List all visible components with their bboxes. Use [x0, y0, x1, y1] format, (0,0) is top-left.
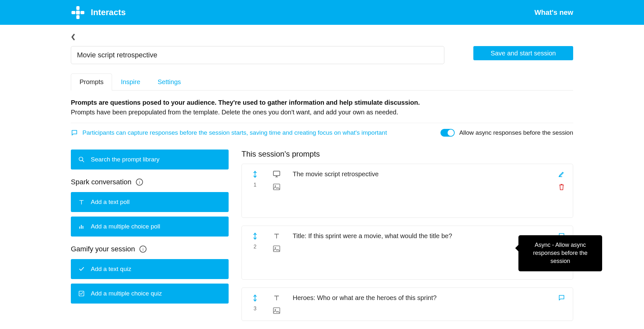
prompt-card: 3 Heroes: Who or what are the heroes of …	[242, 287, 573, 321]
search-icon	[78, 156, 85, 163]
prompt-number: 2	[254, 244, 257, 250]
description-heading: Prompts are questions posed to your audi…	[71, 98, 573, 107]
async-chat-icon[interactable]	[558, 294, 565, 301]
chat-icon	[71, 129, 78, 136]
svg-point-17	[275, 309, 276, 310]
prompt-card: 1 The movie script retrospective	[242, 164, 573, 218]
whats-new-link[interactable]: What's new	[535, 8, 573, 17]
drag-handle-icon[interactable]	[252, 294, 258, 302]
svg-rect-0	[76, 6, 80, 10]
brand: Interacts	[71, 5, 126, 20]
spark-heading-text: Spark conversation	[71, 178, 131, 186]
svg-rect-2	[71, 11, 75, 14]
session-title-input[interactable]	[71, 46, 444, 64]
tabs: Prompts Inspire Settings	[71, 73, 573, 91]
page-body: Save and start session Prompts Inspire S…	[0, 25, 644, 329]
svg-rect-3	[80, 11, 84, 14]
monitor-icon	[273, 170, 280, 178]
edit-icon[interactable]	[558, 170, 565, 178]
add-mc-poll-label: Add a multiple choice poll	[91, 223, 160, 230]
search-prompt-library-label: Search the prompt library	[91, 156, 159, 163]
content-columns: Search the prompt library Spark conversa…	[71, 150, 573, 329]
bar-chart-icon	[78, 223, 85, 230]
search-prompt-library-button[interactable]: Search the prompt library	[71, 150, 229, 169]
tooltip-text: Async - Allow async responses before the…	[533, 242, 587, 264]
text-type-icon	[273, 232, 280, 239]
drag-handle-icon[interactable]	[252, 232, 258, 240]
spark-conversation-heading: Spark conversation i	[71, 178, 229, 186]
async-toggle[interactable]	[440, 129, 455, 137]
delete-icon[interactable]	[558, 183, 565, 190]
save-start-button[interactable]: Save and start session	[473, 46, 573, 60]
brand-name: Interacts	[91, 7, 126, 17]
svg-rect-11	[273, 171, 280, 176]
svg-rect-4	[76, 11, 80, 15]
add-mc-quiz-label: Add a multiple choice quiz	[91, 290, 162, 297]
prompt-number: 1	[254, 182, 257, 188]
brand-logo-icon	[71, 5, 85, 20]
async-toggle-label: Allow async responses before the session	[459, 129, 573, 136]
collapse-panel	[71, 34, 573, 40]
prompt-text: The movie script retrospective	[293, 170, 565, 211]
tab-inspire[interactable]: Inspire	[112, 73, 149, 91]
image-icon	[273, 183, 280, 190]
description-sub: Prompts have been prepopulated from the …	[71, 107, 573, 117]
async-info-row: Participants can capture responses befor…	[71, 129, 573, 137]
session-prompts-heading: This session's prompts	[242, 150, 573, 159]
async-tooltip: Async - Allow async responses before the…	[518, 235, 602, 271]
divider	[71, 123, 573, 123]
svg-rect-7	[79, 227, 80, 229]
svg-rect-9	[82, 226, 83, 228]
gamify-heading: Gamify your session i	[71, 245, 229, 253]
tab-prompts[interactable]: Prompts	[71, 73, 112, 91]
checkbox-icon	[78, 290, 85, 297]
description: Prompts are questions posed to your audi…	[71, 98, 573, 117]
add-mc-poll-button[interactable]: Add a multiple choice poll	[71, 217, 229, 237]
drag-handle-icon[interactable]	[252, 170, 258, 178]
chevron-left-icon[interactable]	[71, 34, 573, 40]
add-mc-quiz-button[interactable]: Add a multiple choice quiz	[71, 284, 229, 304]
add-text-quiz-label: Add a text quiz	[91, 266, 131, 273]
top-bar: Interacts What's new	[0, 0, 644, 25]
svg-point-15	[275, 247, 276, 248]
async-info-left: Participants can capture responses befor…	[71, 129, 387, 136]
svg-point-13	[275, 185, 276, 187]
info-icon[interactable]: i	[136, 179, 143, 186]
left-column: Search the prompt library Spark conversa…	[71, 150, 229, 308]
gamify-heading-text: Gamify your session	[71, 245, 135, 253]
info-icon[interactable]: i	[139, 246, 147, 253]
prompt-number: 3	[254, 306, 257, 312]
prompt-text: Heroes: Who or what are the heroes of th…	[293, 294, 565, 314]
svg-rect-8	[81, 225, 82, 229]
async-info-right: Allow async responses before the session	[440, 129, 573, 137]
text-icon	[78, 199, 85, 205]
check-icon	[78, 266, 85, 272]
image-icon	[273, 307, 280, 314]
tab-settings[interactable]: Settings	[149, 73, 190, 91]
svg-rect-1	[76, 15, 80, 19]
text-type-icon	[273, 294, 280, 301]
title-row: Save and start session	[71, 46, 573, 64]
add-text-poll-button[interactable]: Add a text poll	[71, 192, 229, 212]
svg-line-6	[82, 160, 84, 162]
image-icon	[273, 245, 280, 252]
async-info-text: Participants can capture responses befor…	[82, 129, 387, 136]
add-text-poll-label: Add a text poll	[91, 198, 129, 206]
add-text-quiz-button[interactable]: Add a text quiz	[71, 259, 229, 279]
